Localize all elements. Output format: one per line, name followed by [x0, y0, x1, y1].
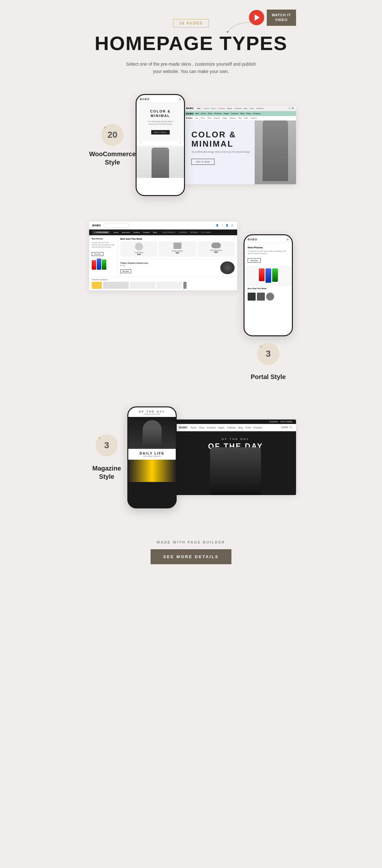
mag-desktop-frame: FASHION JAYO THEME BABO Home Shop Produc…: [175, 420, 296, 495]
mag-phone-mockup: OF THE DAY Today's latest style DAILY LI…: [127, 406, 177, 508]
mag-desktop-of-the-day: OF THE DAY: [221, 438, 249, 440]
mag-daily-life-title: DAILY LIFE: [132, 452, 173, 455]
portal-featured-section: Featured Category: [89, 277, 237, 290]
portal-camera-section: Today's Surprise Camera Lens $41.00 Buy …: [120, 259, 235, 274]
portal-desktop-area: BABO 👤 ♡ 👤 🛒 ≡ CATEGORIES Home Electroni…: [89, 221, 237, 297]
portal-product-grid: Smart Watch $115 Simple Speaker $321 JoB…: [120, 241, 235, 257]
portal-phone-week-label: Best Sold This Week: [244, 285, 292, 291]
mag-phone-top: OF THE DAY Today's latest style: [128, 407, 176, 417]
portal-shop-btn-sidebar[interactable]: Shop Now: [92, 252, 103, 256]
portal-nav-icons: 👤 ♡ 👤 🛒: [216, 224, 234, 227]
desktop-model-silhouette: [263, 121, 288, 181]
prev-arrow-icon: ‹: [140, 141, 141, 145]
portal-content: New Phones To Keep You Cool To Fix Summe…: [89, 235, 237, 277]
subtitle: Select one of the pre-made skins , custo…: [124, 61, 258, 75]
product-price-3: $225: [199, 251, 233, 253]
portal-phone-hero-title: New Phones: [248, 246, 289, 249]
portal-account-icon: 👤: [216, 224, 219, 227]
camera-price: $41.00: [120, 265, 218, 267]
desktop-hero-area: COLOR & MINIMAL Try A Minimalist Design …: [183, 121, 296, 184]
mag-hero-image: [128, 417, 176, 449]
mag-style-label: + 3 Magazine Style: [86, 434, 124, 481]
portal-phone-phones: [244, 266, 292, 285]
portal-hero-sub-sidebar: To Keep You Cool To Fix Summer, We Are H…: [92, 242, 115, 248]
desktop-cta-button[interactable]: Get It Now: [191, 159, 214, 165]
page-title: HOMEPAGE TYPES: [86, 32, 296, 54]
portal-number-badge: + 3: [257, 343, 279, 365]
mag-fashion-label: FASHION: [269, 421, 278, 423]
mag-daily-sub: Today's latest style: [132, 413, 173, 415]
phone-screen: BABO ≡ COLOR & MINIMAL Try A Minimalist …: [137, 95, 184, 178]
bottom-cta-section: MADE WITH PAGE BUILDER SEE MORE DETAILS: [79, 528, 303, 583]
portal-search-field[interactable]: [103, 223, 129, 227]
made-with-label: MADE WITH PAGE BUILDER: [86, 540, 296, 544]
portal-phone-shop-btn[interactable]: Shop Now: [248, 258, 261, 263]
phone-hero: COLOR & MINIMAL Try A Minimalist Design …: [137, 103, 184, 141]
product-watch-icon: [135, 243, 143, 251]
portal-desktop-mockup: BABO 👤 ♡ 👤 🛒 ≡ CATEGORIES Home Electroni…: [89, 221, 237, 290]
see-more-button[interactable]: SEE MORE DETAILS: [150, 549, 232, 564]
watch-label[interactable]: WATCH IT VIDEO: [267, 9, 296, 26]
mag-search-icon: 🔍: [289, 426, 292, 429]
model-silhouette: [151, 148, 169, 178]
cart-icon: 🛍: [291, 107, 293, 109]
woo-style-name: WooCommerce Style: [89, 150, 136, 166]
featured-items: [92, 282, 235, 289]
mag-top-bar: FASHION JAYO THEME: [175, 420, 296, 424]
desktop-model-image: [255, 121, 296, 184]
camera-cta[interactable]: Buy Now: [120, 269, 131, 273]
mag-daily-image: [128, 460, 176, 482]
mag-desktop-nav: BABO Home Shop Products Pages Features B…: [175, 424, 296, 431]
portal-sub-nav: ≡ CATEGORIES Home Electronic Feature Fas…: [89, 229, 237, 235]
portal-sidebar: New Phones To Keep You Cool To Fix Summe…: [89, 235, 118, 277]
portal-cart-icon: 🛒: [231, 224, 234, 227]
svg-point-0: [227, 31, 229, 33]
featured-item-1: [92, 282, 102, 289]
mag-brand-label: JAYO THEME: [280, 421, 292, 423]
mag-desktop-mockup: FASHION JAYO THEME BABO Home Shop Produc…: [175, 420, 296, 495]
woo-phone-mockup: BABO ≡ COLOR & MINIMAL Try A Minimalist …: [136, 94, 190, 196]
featured-item-3: [130, 282, 155, 289]
portal-main-content: Best Sold This Week Smart Watch $115 Sim…: [118, 235, 237, 277]
mag-nav-icons: LOGIN 🔍: [281, 426, 292, 429]
next-arrow-icon: ›: [180, 141, 181, 145]
portal-phone-content: New Phones To Keep You Cool Fix Summer, …: [244, 243, 292, 266]
mag-face-silhouette: [143, 420, 162, 446]
connector-line: [218, 16, 256, 35]
portal-hero-title-sidebar: New Phones: [92, 238, 115, 240]
mag-of-the-day: OF THE DAY: [132, 410, 173, 413]
mag-daily-life-sub: Only today's daily life: [132, 455, 173, 457]
portal-product-2: Simple Speaker $321: [159, 241, 196, 257]
portal-right-area: BABO ≡ New Phones To Keep You Cool Fix S…: [244, 221, 293, 381]
browser-tab: ●●●: [195, 107, 203, 110]
portal-phone-mockup: BABO ≡ New Phones To Keep You Cool Fix S…: [244, 234, 293, 336]
featured-item-2: [103, 282, 129, 289]
portal-product-3: JoBo Headphone $225: [197, 241, 235, 257]
featured-item-5: [183, 282, 186, 289]
camera-image: [220, 261, 235, 274]
phone-cta-button[interactable]: Get It Now: [151, 130, 170, 134]
product-price-1: $115: [121, 253, 156, 255]
portal-wishlist-icon: ♡: [221, 224, 223, 227]
mag-number-badge: + 3: [96, 434, 118, 457]
woo-desktop-mockup: BABO ●●● Home Shop Products Pages Featur…: [183, 106, 296, 184]
portal-account2-icon: 👤: [226, 224, 229, 227]
phone-frame: BABO ≡ COLOR & MINIMAL Try A Minimalist …: [136, 94, 185, 196]
phone-hero-title: COLOR & MINIMAL: [140, 109, 181, 118]
mag-style-name: Magazine Style: [92, 464, 121, 481]
portal-week-label: Best Sold This Week: [120, 238, 235, 240]
browser-icons: 🔍 🛍: [288, 107, 293, 109]
portal-style-name: Portal Style: [250, 373, 285, 381]
portal-logo: BABO: [92, 224, 101, 227]
desktop-hero-title: COLOR & MINIMAL: [191, 130, 255, 148]
phone-slider-arrows: ‹ ›: [137, 141, 184, 145]
magazine-section: + 3 Magazine Style OF THE DAY Today's la…: [79, 400, 303, 528]
featured-label: Featured Category: [92, 279, 235, 280]
camera-text: Today's Surprise Camera Lens $41.00 Buy …: [120, 262, 218, 273]
woo-style-label: + 20 WooCommerce Style: [86, 124, 136, 166]
mag-desktop-model: [210, 447, 261, 495]
sub-nav: BABO ●●● Home Shop Products Pages Featur…: [183, 116, 296, 121]
mag-login-icon: LOGIN: [281, 426, 288, 429]
portal-phone-product-2: [257, 292, 265, 301]
nav-bar-tabs: Home Shop Products Pages Features Blog P…: [204, 107, 264, 109]
